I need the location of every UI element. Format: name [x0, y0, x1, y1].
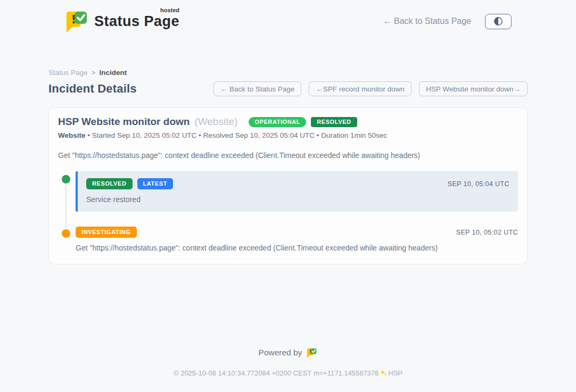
- page-title: Incident Details: [48, 82, 137, 96]
- timeline-entry-investigating: INVESTIGATING SEP 10, 05:02 UTC Get "htt…: [58, 226, 518, 252]
- brand-superscript: hosted: [160, 7, 179, 13]
- statuspage-logo-icon: !: [64, 8, 89, 35]
- timeline-message: Get "https://hostedstatus.page": context…: [76, 244, 518, 252]
- resolved-badge: RESOLVED: [86, 178, 133, 189]
- breadcrumb-separator: >: [92, 69, 96, 77]
- timeline-timestamp: SEP 10, 05:04 UTC: [448, 180, 509, 188]
- incident-meta: Website • Started Sep 10, 2025 05:02 UTC…: [58, 131, 518, 139]
- back-to-status-page-button[interactable]: ← Back to Status Page: [213, 81, 302, 96]
- timeline-dot-investigating: [62, 229, 70, 238]
- sparkles-icon: [380, 369, 387, 378]
- main-content: Status Page>Incident Incident Details ← …: [48, 69, 528, 264]
- timeline-dot-resolved: [62, 175, 70, 184]
- timeline-message: Service restored: [86, 195, 509, 204]
- copyright-text: © 2025-10-08 14:10:34.772084 +0200 CEST …: [174, 369, 378, 377]
- incident-component: (Website): [194, 116, 237, 128]
- breadcrumb-status-page[interactable]: Status Page: [48, 69, 88, 77]
- incident-meta-details: • Started Sep 10, 2025 05:02 UTC • Resol…: [86, 131, 388, 139]
- brand-name: Status Page: [94, 13, 179, 29]
- statuspage-logo[interactable]: ! hosted Status Page: [64, 8, 179, 35]
- page-footer: Powered by ! © 2025-10-08 14:10:34.77208…: [0, 347, 576, 392]
- statuspage-logo-icon-small[interactable]: !: [306, 347, 317, 358]
- incident-description: Get "https://hostedstatus.page": context…: [58, 151, 518, 160]
- timeline-update-highlighted: RESOLVED LATEST SEP 10, 05:04 UTC Servic…: [76, 171, 518, 212]
- timeline-entry-resolved: RESOLVED LATEST SEP 10, 05:04 UTC Servic…: [58, 171, 518, 212]
- copyright-suffix: HSP: [388, 369, 402, 377]
- latest-badge: LATEST: [137, 178, 174, 189]
- breadcrumb-incident: Incident: [99, 69, 127, 77]
- theme-toggle-button[interactable]: [485, 14, 512, 29]
- circle-half-icon: [493, 16, 503, 26]
- copyright-line: © 2025-10-08 14:10:34.772084 +0200 CEST …: [0, 369, 576, 378]
- incident-nav-buttons: ← Back to Status Page ←SPF record monito…: [213, 81, 528, 96]
- breadcrumb: Status Page>Incident: [48, 69, 528, 77]
- resolved-status-badge: RESOLVED: [311, 117, 357, 127]
- top-bar: ! hosted Status Page ← Back to Status Pa…: [48, 0, 528, 35]
- next-incident-button[interactable]: HSP Website monitor down→: [419, 81, 528, 96]
- timeline-timestamp: SEP 10, 05:02 UTC: [456, 229, 518, 236]
- header-back-to-status-page-link[interactable]: ← Back to Status Page: [383, 16, 471, 26]
- investigating-badge: INVESTIGATING: [76, 227, 137, 238]
- prev-incident-button[interactable]: ←SPF record monitor down: [309, 81, 412, 96]
- incident-meta-component: Website: [58, 131, 86, 139]
- powered-by-label: Powered by: [259, 348, 302, 357]
- incident-card: HSP Website monitor down (Website) OPERA…: [48, 107, 528, 264]
- operational-status-badge: OPERATIONAL: [249, 117, 306, 127]
- incident-title: HSP Website monitor down: [58, 116, 190, 128]
- incident-timeline: RESOLVED LATEST SEP 10, 05:04 UTC Servic…: [58, 171, 518, 252]
